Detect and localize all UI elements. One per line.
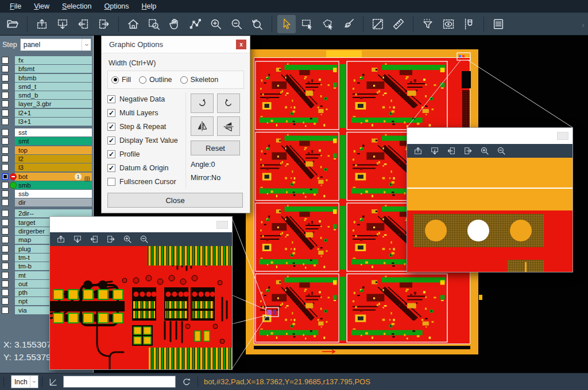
checkbox-display-text-value[interactable]: ✓Display Text Value <box>107 134 185 147</box>
magnifier-pcb-detail[interactable] <box>50 246 232 369</box>
zoom-out-button[interactable]: .f{fill:currentColor;stroke:none} <box>137 233 151 245</box>
magnifier-menu-button[interactable] <box>216 221 228 229</box>
mirror-vertical-button[interactable]: .f{fill:currentColor;stroke:none} <box>217 116 240 136</box>
layer-visibility-checkbox[interactable] <box>2 298 9 305</box>
diagonal-measure-button[interactable]: .f{fill:currentColor;stroke:none} <box>369 15 387 33</box>
layer-visibility-checkbox[interactable] <box>2 254 9 261</box>
rect-select-button[interactable]: .f{fill:currentColor;stroke:none} <box>298 15 316 33</box>
layer-visibility-checkbox[interactable] <box>2 245 9 252</box>
command-input[interactable] <box>63 376 176 388</box>
refresh-icon[interactable] <box>181 377 192 387</box>
magnifier-pad-detail[interactable] <box>407 158 572 272</box>
radio-skeleton[interactable]: Skeleton <box>180 76 219 84</box>
magnifier-window-right[interactable]: .f{fill:currentColor;stroke:none}.f{fill… <box>407 127 573 272</box>
zoom-region-button[interactable]: .f{fill:currentColor;stroke:none} <box>145 15 163 33</box>
menu-help[interactable]: Help <box>136 0 163 13</box>
mirror-horizontal-button[interactable]: .f{fill:currentColor;stroke:none} <box>191 116 214 136</box>
layer-visibility-checkbox[interactable] <box>2 110 9 116</box>
layer-name-smb[interactable]: smb <box>15 181 92 189</box>
filter-funnel-button[interactable]: .f{fill:currentColor;stroke:none} <box>419 15 437 33</box>
checkbox-profile[interactable]: ✓Profile <box>107 147 185 161</box>
layer-name-l3+1[interactable]: l3+1 <box>15 118 92 126</box>
toolbar-overflow-icon[interactable] <box>580 21 586 31</box>
layer-visibility-checkbox[interactable] <box>2 92 9 99</box>
layer-visibility-checkbox[interactable] <box>2 138 9 145</box>
zoom-out-button[interactable]: .f{fill:currentColor;stroke:none} <box>494 145 508 157</box>
report-form-button[interactable]: .f{fill:currentColor;stroke:none} <box>489 15 508 33</box>
zoom-in-button[interactable]: .f{fill:currentColor;stroke:none} <box>207 15 225 33</box>
folder-open-button[interactable]: .f{fill:currentColor;stroke:none} <box>3 15 22 33</box>
layer-visibility-checkbox[interactable] <box>2 210 9 217</box>
magnifier-title-bar[interactable] <box>50 217 232 232</box>
layer-name-l2[interactable]: l2 <box>15 155 92 163</box>
layer-visibility-checkbox[interactable] <box>2 219 9 226</box>
box-arrow-right-button[interactable]: .f{fill:currentColor;stroke:none} <box>461 145 475 157</box>
unit-select[interactable]: Inch <box>11 375 38 388</box>
menu-view[interactable]: View <box>28 0 56 13</box>
snap-magnet-button[interactable]: .f{fill:currentColor;stroke:none} <box>460 15 478 33</box>
checkbox-negative-data[interactable]: ✓Negative Data <box>107 92 185 106</box>
box-arrow-right-button[interactable]: .f{fill:currentColor;stroke:none} <box>95 15 113 33</box>
layer-visibility-checkbox[interactable] <box>2 173 9 180</box>
dialog-title-bar[interactable]: Graphic Options x <box>102 36 250 53</box>
layer-visibility-checkbox[interactable] <box>2 272 9 279</box>
home-button[interactable]: .f{fill:currentColor;stroke:none} <box>124 15 142 33</box>
checkbox-multi-layers[interactable]: ✓Multi Layers <box>107 106 185 120</box>
layer-name-top[interactable]: top <box>15 146 92 154</box>
box-arrow-down-button[interactable]: .f{fill:currentColor;stroke:none} <box>71 233 84 245</box>
layer-visibility-checkbox[interactable] <box>2 236 9 243</box>
angle-tool-icon[interactable] <box>48 377 59 387</box>
brush-clean-button[interactable]: .f{fill:currentColor;stroke:none} <box>339 15 358 33</box>
checkbox-datum-origin[interactable]: ✓Datum & Origin <box>107 161 185 175</box>
layer-name-bfsmb[interactable]: bfsmb <box>15 74 92 82</box>
magnifier-menu-button[interactable] <box>557 132 568 140</box>
box-arrow-left-button[interactable]: .f{fill:currentColor;stroke:none} <box>74 15 92 33</box>
layer-visibility-checkbox[interactable] <box>2 199 9 206</box>
layer-name-layer_3.gbr[interactable]: layer_3.gbr <box>15 100 92 108</box>
layer-visibility-checkbox[interactable] <box>2 75 9 81</box>
layer-visibility-checkbox[interactable] <box>2 147 9 154</box>
layer-name-dir[interactable]: dir <box>15 198 92 206</box>
layer-visibility-checkbox[interactable] <box>2 228 9 235</box>
checkbox-step-repeat[interactable]: ✓Step & Repeat <box>107 120 185 134</box>
box-arrow-right-button[interactable]: .f{fill:currentColor;stroke:none} <box>104 233 118 245</box>
box-arrow-up-button[interactable]: .f{fill:currentColor;stroke:none} <box>33 15 51 33</box>
layer-visibility-checkbox[interactable] <box>2 164 9 171</box>
magnifier-title-bar[interactable] <box>407 128 572 144</box>
layer-name-smd_b[interactable]: smd_b <box>15 91 92 99</box>
layer-name-sst[interactable]: sst <box>15 128 92 136</box>
polyline-nodes-button[interactable]: .f{fill:currentColor;stroke:none} <box>186 15 204 33</box>
layer-visibility-checkbox[interactable] <box>2 280 9 287</box>
zoom-in-button[interactable]: .f{fill:currentColor;stroke:none} <box>121 233 134 245</box>
layer-visibility-checkbox[interactable] <box>2 65 9 72</box>
pan-hand-button[interactable]: .f{fill:currentColor;stroke:none} <box>165 15 184 33</box>
layer-visibility-checkbox[interactable] <box>2 118 9 125</box>
box-arrow-left-button[interactable]: .f{fill:currentColor;stroke:none} <box>87 233 101 245</box>
layer-name-bot[interactable]: bot1.f{fill:currentColor;stroke:none} <box>15 173 92 181</box>
layer-name-bfsmt[interactable]: bfsmt <box>15 65 92 73</box>
select-arrow-button[interactable]: .f{fill:currentColor;stroke:none} <box>277 15 296 33</box>
box-arrow-left-button[interactable]: .f{fill:currentColor;stroke:none} <box>444 145 458 157</box>
layer-visibility-checkbox[interactable] <box>2 307 9 314</box>
radio-outline[interactable]: Outline <box>139 76 172 84</box>
magnifier-window-left[interactable]: .f{fill:currentColor;stroke:none}.f{fill… <box>49 216 233 370</box>
eye-view-button[interactable]: .f{fill:currentColor;stroke:none} <box>439 15 458 33</box>
box-arrow-up-button[interactable]: .f{fill:currentColor;stroke:none} <box>54 233 68 245</box>
close-button[interactable]: Close <box>107 193 243 208</box>
menu-file[interactable]: File <box>3 0 28 13</box>
layer-name-ssb[interactable]: ssb <box>15 190 92 198</box>
menu-selection[interactable]: Selection <box>56 0 98 13</box>
layer-name-l2+1[interactable]: l2+1 <box>15 109 92 117</box>
layer-visibility-checkbox[interactable] <box>2 182 9 189</box>
layer-visibility-checkbox[interactable] <box>2 100 9 107</box>
box-arrow-down-button[interactable]: .f{fill:currentColor;stroke:none} <box>53 15 72 33</box>
layer-visibility-checkbox[interactable] <box>2 190 9 197</box>
close-icon[interactable]: x <box>236 40 246 49</box>
ruler-button[interactable]: .f{fill:currentColor;stroke:none} <box>389 15 408 33</box>
polygon-select-button[interactable]: .f{fill:currentColor;stroke:none} <box>319 15 337 33</box>
layer-visibility-checkbox[interactable] <box>2 57 9 64</box>
reset-button[interactable]: Reset <box>191 141 240 155</box>
rotate-ccw-button[interactable]: .f{fill:currentColor;stroke:none} <box>217 93 240 113</box>
layer-name-fx[interactable]: fx <box>15 56 92 64</box>
rotate-cw-button[interactable]: .f{fill:currentColor;stroke:none} <box>191 93 214 113</box>
